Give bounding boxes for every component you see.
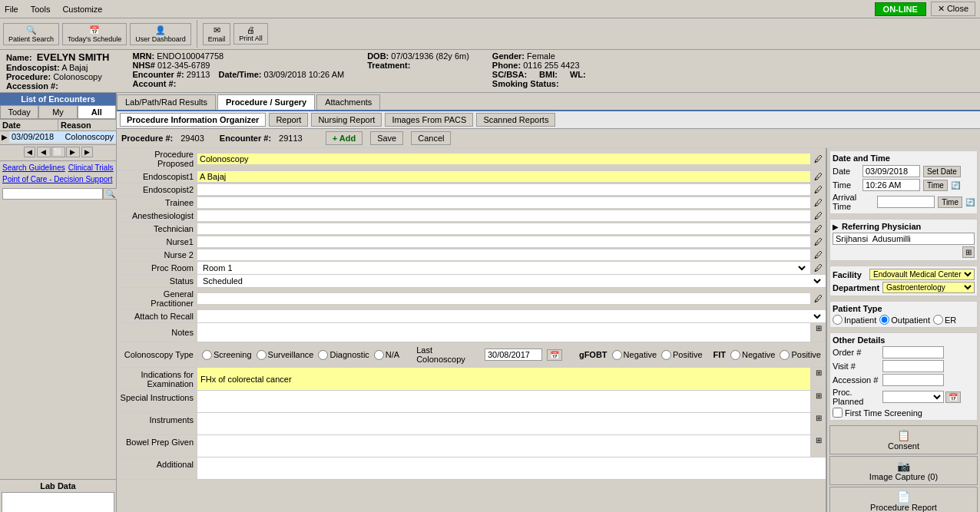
trainee-edit-icon[interactable]: 🖊	[810, 197, 826, 208]
procedure-report-btn[interactable]: 📄 Procedure Report	[829, 487, 978, 512]
nurse2-edit-icon[interactable]: 🖊	[810, 249, 826, 260]
dept-select[interactable]: Gastroenterology	[882, 282, 975, 293]
endoscopist2-input[interactable]	[200, 185, 808, 194]
proc-planned-cal-btn[interactable]: 📅	[945, 391, 961, 403]
status-select[interactable]: Scheduled	[200, 276, 823, 286]
anaesthesiologist-input[interactable]	[200, 211, 808, 220]
facility-select[interactable]: Endovault Medical Center	[869, 269, 975, 280]
patient-search-btn[interactable]: 🔍 Patient Search	[3, 23, 59, 45]
tab-attachments[interactable]: Attachments	[316, 94, 380, 110]
sub-tab-nursing[interactable]: Nursing Report	[311, 113, 382, 127]
proposed-edit-icon[interactable]: 🖊	[810, 154, 826, 164]
proposed-input-cell[interactable]	[197, 154, 810, 164]
date-input[interactable]	[862, 165, 920, 177]
close-button[interactable]: ✕ Close	[931, 2, 975, 16]
sidebar-tab-all[interactable]: All	[78, 105, 116, 119]
clinical-trials-link[interactable]: Clinical Trials	[68, 164, 114, 172]
fit-pos-radio[interactable]: Positive	[780, 350, 821, 360]
attach-select[interactable]	[200, 311, 823, 322]
menu-file[interactable]: File	[5, 5, 18, 14]
expand-referring-icon[interactable]: ▶	[833, 223, 839, 231]
pager-2[interactable]: ⬜	[51, 147, 65, 157]
menu-tools[interactable]: Tools	[31, 5, 51, 14]
inpatient-radio[interactable]: Inpatient	[833, 315, 876, 325]
outpatient-radio[interactable]: Outpatient	[879, 315, 930, 325]
notes-input[interactable]	[200, 324, 808, 333]
consent-btn[interactable]: 📋 Consent	[829, 425, 978, 454]
gfobt-pos-radio[interactable]: Positive	[661, 350, 703, 360]
anaesthesiologist-edit-icon[interactable]: 🖊	[810, 210, 826, 221]
tab-lab-path[interactable]: Lab/Path/Rad Results	[117, 94, 216, 110]
menu-customize[interactable]: Customize	[62, 5, 102, 14]
proc-planned-select[interactable]	[882, 391, 944, 403]
first-time-check[interactable]	[833, 408, 843, 418]
cancel-button[interactable]: Cancel	[411, 131, 451, 145]
user-dashboard-btn[interactable]: 👤 User Dashboard	[130, 23, 191, 45]
pager-3[interactable]: ▶	[66, 147, 80, 157]
sidebar-row-0[interactable]: 03/09/2018 Colonoscopy	[9, 131, 116, 143]
notes-expand-icon[interactable]: ⊞	[810, 323, 826, 342]
nav-prev-btn[interactable]: ◀	[24, 147, 35, 157]
endoscopist1-input[interactable]	[200, 172, 808, 181]
sidebar-arrow[interactable]: ▶	[0, 131, 9, 143]
sub-tab-organizer[interactable]: Procedure Information Organizer	[120, 113, 266, 127]
nav-next-btn[interactable]: ▶	[81, 147, 93, 157]
referring-expand-btn[interactable]: ⊞	[962, 246, 975, 258]
tab-procedure-surgery[interactable]: Procedure / Surgery	[217, 94, 315, 110]
accession-no-input[interactable]	[882, 374, 944, 386]
colo-diagnostic-radio[interactable]: Diagnostic	[318, 350, 369, 360]
add-button[interactable]: + Add	[326, 131, 363, 145]
first-time-checkbox[interactable]: First Time Screening	[833, 408, 922, 418]
nurse1-edit-icon[interactable]: 🖊	[810, 236, 826, 247]
poc-search-input[interactable]	[2, 188, 103, 200]
arrival-time-btn[interactable]: Time	[938, 197, 962, 208]
sub-tab-images[interactable]: Images From PACS	[385, 113, 473, 127]
gp-input[interactable]	[200, 294, 808, 303]
sidebar-tab-my[interactable]: My	[38, 105, 77, 119]
last-colo-input[interactable]	[485, 348, 542, 361]
order-no-input[interactable]	[882, 346, 944, 358]
proposed-input[interactable]	[200, 154, 808, 164]
email-btn[interactable]: ✉ Email	[203, 23, 231, 45]
print-all-btn[interactable]: 🖨 Print All	[233, 23, 268, 45]
technician-edit-icon[interactable]: 🖊	[810, 223, 826, 234]
endoscopist2-edit-icon[interactable]: 🖊	[810, 184, 826, 195]
time-btn[interactable]: Time	[923, 180, 948, 191]
visit-input[interactable]	[882, 360, 944, 372]
set-date-btn[interactable]: Set Date	[923, 166, 961, 177]
colo-na-radio[interactable]: N/A	[374, 350, 399, 360]
colo-surveillance-radio[interactable]: Surveillance	[257, 350, 314, 360]
sub-tab-report[interactable]: Report	[269, 113, 308, 127]
nurse1-input[interactable]	[200, 237, 808, 246]
fit-neg-radio[interactable]: Negative	[730, 350, 775, 360]
colo-screening-radio[interactable]: Screening	[202, 350, 252, 360]
bowel-prep-expand-icon[interactable]: ⊞	[810, 435, 826, 457]
instruments-expand-icon[interactable]: ⊞	[810, 413, 826, 434]
referring-input[interactable]	[833, 233, 975, 245]
todays-schedule-btn[interactable]: 📅 Today's Schedule	[62, 23, 127, 45]
technician-input[interactable]	[200, 224, 808, 233]
endoscopist1-edit-icon[interactable]: 🖊	[810, 171, 826, 182]
proc-room-select[interactable]: Room 1	[200, 263, 808, 273]
point-of-care-link[interactable]: Point of Care - Decision Support	[2, 175, 114, 183]
endoscopist1-input-cell[interactable]	[197, 171, 810, 182]
gfobt-neg-radio[interactable]: Negative	[612, 350, 657, 360]
proc-room-edit-icon[interactable]: 🖊	[810, 263, 826, 273]
online-button[interactable]: ON-LINE	[875, 2, 926, 16]
last-colo-cal-btn[interactable]: 📅	[547, 349, 562, 361]
gp-edit-icon[interactable]: 🖊	[810, 293, 826, 304]
pager-1[interactable]: ◀	[37, 147, 51, 157]
trainee-input[interactable]	[200, 198, 808, 207]
time-input[interactable]	[862, 179, 920, 191]
poc-search-btn[interactable]: 🔍	[103, 188, 118, 200]
arrival-input[interactable]	[877, 196, 935, 208]
sidebar-tab-today[interactable]: Today	[0, 105, 38, 119]
sub-tab-scanned[interactable]: Scanned Reports	[476, 113, 555, 127]
image-capture-btn[interactable]: 📷 Image Capture (0)	[829, 456, 978, 485]
search-input-area[interactable]: 🔍	[2, 188, 114, 200]
indications-expand-icon[interactable]: ⊞	[810, 368, 826, 390]
save-button[interactable]: Save	[370, 131, 403, 145]
nurse2-input[interactable]	[200, 250, 808, 259]
er-radio[interactable]: ER	[933, 315, 956, 325]
special-expand-icon[interactable]: ⊞	[810, 391, 826, 412]
